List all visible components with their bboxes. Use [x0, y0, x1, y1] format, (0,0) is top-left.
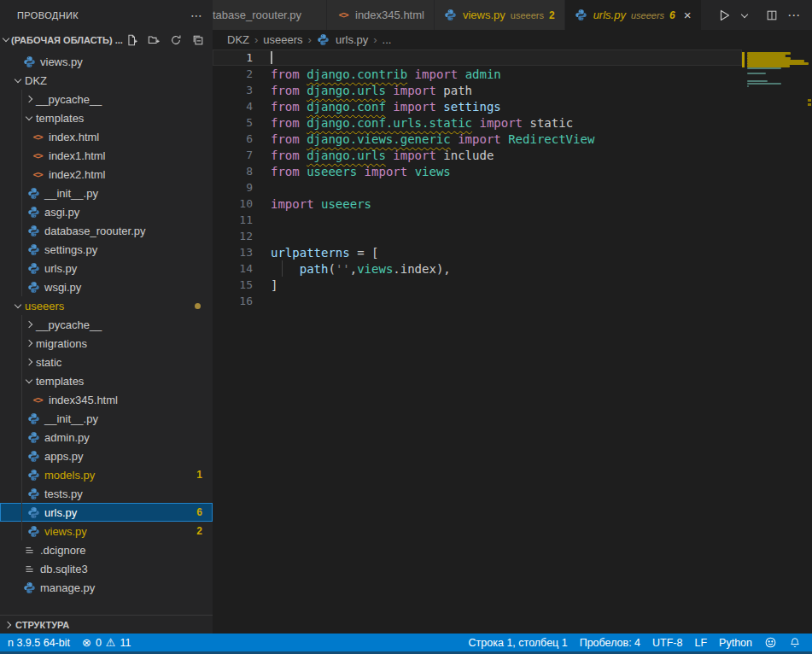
code-line-14[interactable]: 14 path('',views.index), — [213, 260, 742, 277]
tab-bar: tabase_roouter.py<>index345.htmlviews.py… — [213, 0, 812, 30]
tree-item-label: urls.py — [44, 262, 77, 275]
tabs: tabase_roouter.py<>index345.htmlviews.py… — [213, 0, 702, 30]
warning-count: 11 — [120, 637, 131, 649]
new-file-icon[interactable] — [124, 32, 139, 48]
tree-item-DKZ[interactable]: DKZ — [0, 71, 213, 90]
tree-item-admin-py[interactable]: admin.py — [0, 428, 213, 447]
tree-item-label: useeers — [25, 300, 64, 312]
status-language-mode[interactable]: Python — [713, 634, 758, 651]
status-problems[interactable]: ⊗0⚠11 — [76, 634, 137, 651]
tree-item-settings-py[interactable]: settings.py — [0, 240, 213, 259]
tree-item-index-html[interactable]: <>index.html — [0, 127, 213, 146]
code-line-1[interactable]: 1 — [213, 50, 742, 66]
indent-guide — [21, 447, 22, 465]
tree-item--init-py[interactable]: __init__.py — [0, 184, 213, 202]
status-python-version[interactable]: n 3.9.5 64-bit — [2, 634, 76, 651]
code-area[interactable]: 12from django.contrib import admin3from … — [213, 49, 812, 634]
tree-item-label: wsgi.py — [44, 281, 81, 294]
tree-item-models-py[interactable]: models.py1 — [0, 465, 213, 484]
error-count: 0 — [96, 637, 102, 649]
close-icon[interactable]: × — [684, 9, 692, 21]
line-number: 7 — [213, 149, 253, 161]
tree-item-apps-py[interactable]: apps.py — [0, 447, 213, 465]
tree-item-database-roouter-py[interactable]: database_roouter.py — [0, 221, 213, 240]
status-notifications[interactable] — [783, 634, 807, 651]
tree-item-tests-py[interactable]: tests.py — [0, 484, 213, 503]
code-line-16[interactable]: 16 — [213, 293, 742, 309]
workspace-section-header[interactable]: (РАБОЧАЯ ОБЛАСТЬ) ... — [0, 30, 213, 50]
status-bar: n 3.9.5 64-bit⊗0⚠11 Строка 1, столбец 1П… — [0, 634, 812, 654]
tree-item-templates[interactable]: templates — [0, 108, 213, 127]
tab-views-py[interactable]: views.pyuseeers2 — [435, 0, 565, 30]
code-line-11[interactable]: 11 — [213, 212, 742, 228]
tree-item-wsgi-py[interactable]: wsgi.py — [0, 277, 213, 296]
tree-item-db-sqlite3[interactable]: db.sqlite3 — [0, 559, 213, 578]
status-eol[interactable]: LF — [688, 634, 713, 651]
tree-item-label: __pycache__ — [36, 318, 102, 331]
code-line-8[interactable]: 8from useeers import views — [213, 163, 742, 179]
tab-label: index345.html — [355, 9, 424, 21]
refresh-icon[interactable] — [168, 32, 184, 48]
code-line-15[interactable]: 15] — [213, 277, 742, 293]
breadcrumb-item[interactable]: ... — [383, 33, 392, 46]
tree-item-static[interactable]: static — [0, 353, 213, 371]
indent-guide — [282, 260, 283, 277]
tree-item-migrations[interactable]: migrations — [0, 334, 213, 353]
code-line-2[interactable]: 2from django.contrib import admin — [213, 66, 742, 82]
status-indentation[interactable]: Пробелов: 4 — [574, 634, 646, 651]
tree-item-index2-html[interactable]: <>index2.html — [0, 165, 213, 184]
breadcrumb-item[interactable]: DKZ — [227, 33, 249, 46]
file-file-icon — [22, 543, 36, 557]
indent-guide — [21, 184, 22, 202]
tree-item-views-py[interactable]: views.py — [0, 52, 213, 71]
tree-item-index345-html[interactable]: <>index345.html — [0, 390, 213, 409]
tree-item-useeers[interactable]: useeers — [0, 296, 213, 315]
run-dropdown-icon[interactable] — [736, 5, 753, 26]
tree-item-views-py[interactable]: views.py2 — [0, 522, 213, 540]
code-line-13[interactable]: 13urlpatterns = [ — [213, 244, 742, 260]
split-editor-button[interactable] — [763, 5, 780, 26]
status-feedback[interactable] — [758, 634, 783, 651]
tab-urls-py[interactable]: urls.pyuseeers6× — [565, 0, 702, 30]
run-button[interactable] — [716, 5, 733, 26]
code-lines: 12from django.contrib import admin3from … — [213, 50, 742, 309]
indent-guide — [21, 503, 22, 522]
python-file-icon — [26, 186, 40, 200]
tree-item-manage-py[interactable]: manage.py — [0, 578, 213, 597]
indent-guide — [21, 484, 22, 503]
tree-item--init-py[interactable]: __init__.py — [0, 409, 213, 428]
code-text: from useeers import views — [253, 165, 451, 178]
breadcrumb-item[interactable]: useeers — [263, 33, 302, 46]
new-folder-icon[interactable] — [146, 32, 161, 48]
code-line-12[interactable]: 12 — [213, 228, 742, 244]
code-line-9[interactable]: 9 — [213, 179, 742, 196]
tree-item--pycache-[interactable]: __pycache__ — [0, 90, 213, 108]
tab-tabase-roouter-py[interactable]: tabase_roouter.py — [213, 0, 327, 30]
tree-item--pycache-[interactable]: __pycache__ — [0, 315, 213, 334]
code-line-6[interactable]: 6from django.views.generic import Redire… — [213, 131, 742, 147]
line-number: 10 — [213, 197, 253, 210]
code-line-3[interactable]: 3from django.urls import path — [213, 82, 742, 98]
tree-item-urls-py[interactable]: urls.py6 — [0, 503, 213, 522]
minimap-line — [747, 73, 766, 74]
more-actions-icon[interactable]: ⋯ — [784, 5, 803, 26]
code-line-10[interactable]: 10import useeers — [213, 196, 742, 212]
code-line-7[interactable]: 7from django.urls import include — [213, 147, 742, 163]
tree-item-asgi-py[interactable]: asgi.py — [0, 202, 213, 221]
tree-item-label: DKZ — [25, 74, 47, 87]
outline-section-header[interactable]: СТРУКТУРА — [0, 615, 213, 634]
more-actions-icon[interactable]: ⋯ — [190, 9, 202, 22]
tree-item-templates[interactable]: templates — [0, 371, 213, 390]
tree-item-index1-html[interactable]: <>index1.html — [0, 146, 213, 165]
status-encoding[interactable]: UTF-8 — [646, 634, 688, 651]
minimap[interactable] — [742, 50, 812, 634]
tree-item--dcignore[interactable]: .dcignore — [0, 540, 213, 559]
code-line-4[interactable]: 4from django.conf import settings — [213, 98, 742, 114]
breadcrumb-item[interactable]: urls.py — [336, 33, 368, 46]
tree-item-urls-py[interactable]: urls.py — [0, 259, 213, 277]
collapse-all-icon[interactable] — [190, 32, 206, 48]
status-cursor-position[interactable]: Строка 1, столбец 1 — [463, 634, 574, 651]
code-line-5[interactable]: 5from django.conf.urls.static import sta… — [213, 114, 742, 131]
tab-index345-html[interactable]: <>index345.html — [327, 0, 435, 30]
editor-area: tabase_roouter.py<>index345.htmlviews.py… — [213, 0, 812, 634]
